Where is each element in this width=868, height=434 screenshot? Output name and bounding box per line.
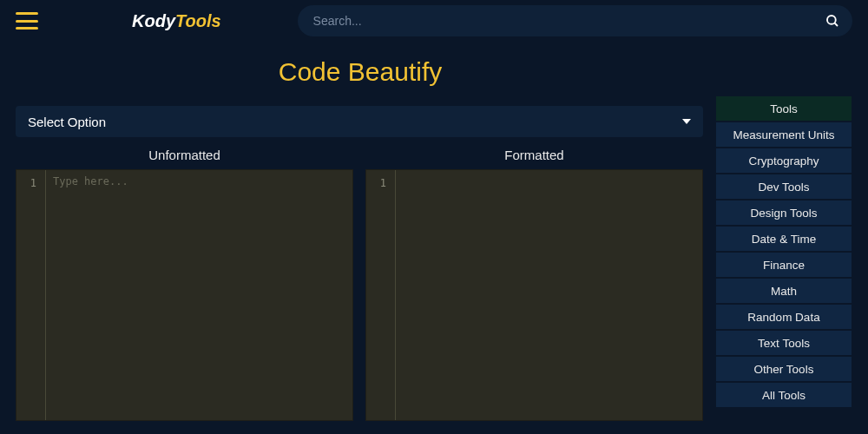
formatted-code-area[interactable]	[396, 170, 702, 420]
search-icon[interactable]	[825, 13, 840, 29]
sidebar-item[interactable]: Text Tools	[715, 330, 852, 356]
svg-line-1	[834, 23, 838, 26]
main: Select Option Unformatted 1 Type here...…	[16, 106, 703, 421]
unformatted-editor[interactable]: 1 Type here...	[16, 169, 353, 421]
formatted-label: Formatted	[365, 144, 703, 169]
sidebar-item[interactable]: Tools	[715, 95, 852, 122]
language-select[interactable]: Select Option	[16, 106, 703, 137]
unformatted-gutter: 1	[16, 170, 46, 420]
hamburger-menu-icon[interactable]	[16, 12, 38, 30]
editor-panes: Unformatted 1 Type here... Formatted 1	[16, 144, 703, 421]
unformatted-placeholder: Type here...	[53, 175, 128, 187]
unformatted-code-area[interactable]: Type here...	[46, 170, 352, 420]
unformatted-pane: Unformatted 1 Type here...	[16, 144, 353, 421]
sidebar-item[interactable]: All Tools	[715, 382, 852, 408]
sidebar-item[interactable]: Other Tools	[715, 356, 852, 382]
sidebar-item[interactable]: Cryptography	[715, 148, 852, 174]
sidebar-item[interactable]: Math	[715, 278, 852, 304]
unformatted-label: Unformatted	[16, 144, 353, 169]
sidebar-item[interactable]: Finance	[715, 252, 852, 278]
line-number: 1	[16, 175, 40, 191]
formatted-gutter: 1	[366, 170, 396, 420]
topbar: KodyTools	[0, 0, 868, 42]
sidebar-item[interactable]: Dev Tools	[715, 174, 852, 200]
brand-logo[interactable]: KodyTools	[132, 11, 221, 31]
search-wrap	[298, 5, 852, 36]
sidebar-item[interactable]: Design Tools	[715, 200, 852, 226]
select-label: Select Option	[28, 115, 106, 129]
sidebar: ToolsMeasurement UnitsCryptographyDev To…	[715, 95, 852, 408]
line-number: 1	[366, 175, 390, 191]
sidebar-item[interactable]: Random Data	[715, 304, 852, 330]
search-input[interactable]	[298, 5, 852, 36]
brand-second: Tools	[175, 11, 221, 30]
body: Select Option Unformatted 1 Type here...…	[0, 106, 868, 421]
chevron-down-icon	[682, 119, 691, 124]
page-title: Code Beautify	[0, 57, 868, 87]
sidebar-item[interactable]: Measurement Units	[715, 122, 852, 148]
brand-first: Kody	[132, 11, 175, 30]
formatted-pane: Formatted 1	[365, 144, 703, 421]
formatted-editor[interactable]: 1	[365, 169, 703, 421]
svg-point-0	[827, 16, 836, 24]
sidebar-item[interactable]: Date & Time	[715, 226, 852, 252]
